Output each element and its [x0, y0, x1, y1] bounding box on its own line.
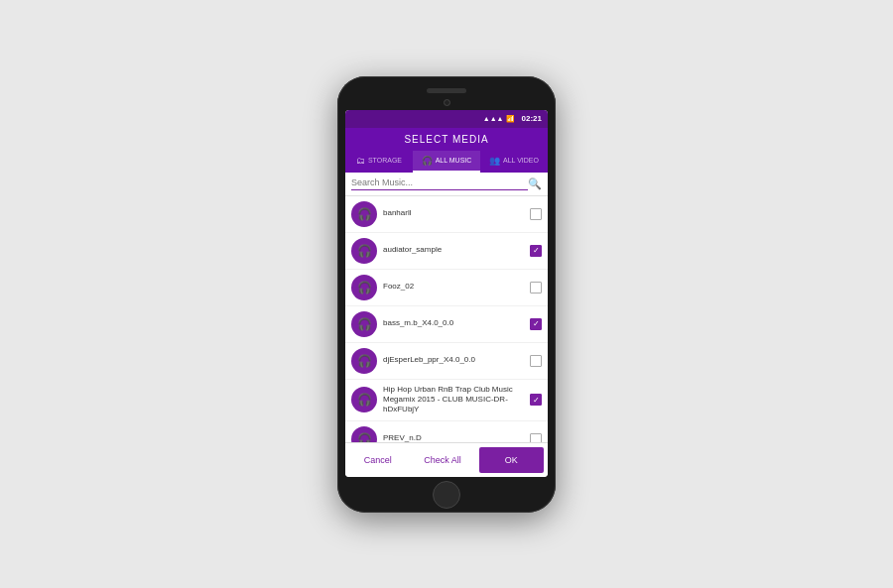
- list-item[interactable]: 🎧Fooz_02: [345, 270, 548, 306]
- tab-all-music[interactable]: 🎧 ALL MUSIC: [413, 151, 480, 173]
- status-time: 02:21: [522, 114, 542, 123]
- list-item[interactable]: 🎧Hip Hop Urban RnB Trap Club Music Megam…: [345, 380, 548, 421]
- music-name: djEsperLeb_ppr_X4.0_0.0: [383, 355, 524, 365]
- tab-all-video[interactable]: 👥 ALL VIDEO: [480, 151, 548, 173]
- status-bar: ▲▲▲ 📶 02:21: [345, 110, 548, 128]
- list-item[interactable]: 🎧bass_m.b_X4.0_0.0✓: [345, 306, 548, 343]
- ok-button[interactable]: OK: [479, 447, 544, 473]
- search-input[interactable]: [351, 177, 528, 190]
- music-checkbox[interactable]: ✓: [530, 318, 542, 330]
- music-name: PREV_n.D: [383, 433, 524, 441]
- tab-all-music-label: ALL MUSIC: [436, 157, 472, 164]
- phone-speaker: [427, 88, 466, 93]
- wifi-icon: 📶: [506, 115, 515, 123]
- music-avatar-icon: 🎧: [351, 387, 377, 412]
- storage-icon: 🗂: [356, 156, 365, 166]
- list-item[interactable]: 🎧audiator_sample✓: [345, 233, 548, 270]
- music-avatar-icon: 🎧: [351, 238, 377, 264]
- tab-storage[interactable]: 🗂 STORAGE: [345, 151, 413, 173]
- music-list: 🎧banharll🎧audiator_sample✓🎧Fooz_02🎧bass_…: [345, 196, 548, 442]
- search-icon: 🔍: [528, 177, 542, 190]
- phone-screen: ▲▲▲ 📶 02:21 SELECT MEDIA 🗂 STORAGE 🎧 ALL…: [345, 110, 548, 477]
- phone-device: ▲▲▲ 📶 02:21 SELECT MEDIA 🗂 STORAGE 🎧 ALL…: [337, 76, 556, 513]
- footer-buttons: Cancel Check All OK: [345, 442, 548, 477]
- music-name: bass_m.b_X4.0_0.0: [383, 318, 524, 328]
- music-checkbox[interactable]: [530, 433, 542, 442]
- tab-all-video-label: ALL VIDEO: [503, 157, 539, 164]
- music-name: audiator_sample: [383, 245, 524, 255]
- music-name: banharll: [383, 208, 524, 218]
- signal-icon: ▲▲▲: [483, 115, 504, 122]
- list-item[interactable]: 🎧djEsperLeb_ppr_X4.0_0.0: [345, 343, 548, 380]
- music-avatar-icon: 🎧: [351, 311, 377, 337]
- home-button[interactable]: [433, 481, 460, 509]
- music-checkbox[interactable]: ✓: [530, 394, 542, 406]
- app-header: SELECT MEDIA 🗂 STORAGE 🎧 ALL MUSIC 👥 ALL…: [345, 128, 548, 173]
- tab-storage-label: STORAGE: [368, 157, 402, 164]
- tab-bar: 🗂 STORAGE 🎧 ALL MUSIC 👥 ALL VIDEO: [345, 151, 548, 173]
- music-checkbox[interactable]: [530, 355, 542, 367]
- check-all-button[interactable]: Check All: [410, 443, 474, 477]
- phone-camera: [444, 99, 450, 106]
- music-name: Fooz_02: [383, 282, 524, 292]
- search-bar: 🔍: [345, 173, 548, 196]
- app-title: SELECT MEDIA: [345, 134, 548, 145]
- music-checkbox[interactable]: ✓: [530, 245, 542, 257]
- music-avatar-icon: 🎧: [351, 348, 377, 374]
- music-icon: 🎧: [422, 156, 433, 166]
- music-checkbox[interactable]: [530, 208, 542, 220]
- cancel-button[interactable]: Cancel: [345, 443, 410, 477]
- video-icon: 👥: [489, 156, 500, 166]
- status-icons: ▲▲▲ 📶: [483, 115, 515, 123]
- music-avatar-icon: 🎧: [351, 201, 377, 227]
- music-checkbox[interactable]: [530, 282, 542, 294]
- list-item[interactable]: 🎧banharll: [345, 196, 548, 233]
- music-avatar-icon: 🎧: [351, 275, 377, 300]
- music-avatar-icon: 🎧: [351, 426, 377, 442]
- music-name: Hip Hop Urban RnB Trap Club Music Megami…: [383, 385, 524, 415]
- list-item[interactable]: 🎧PREV_n.D: [345, 421, 548, 442]
